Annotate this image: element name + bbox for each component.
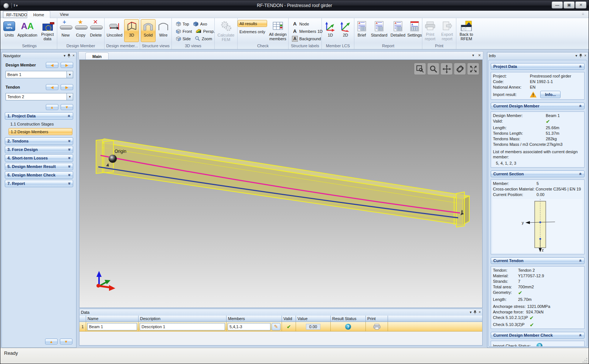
col-print[interactable]: Print [366, 316, 388, 322]
navigator-pin-icon[interactable] [67, 54, 71, 58]
pan-button[interactable] [440, 63, 453, 75]
nav-section-design-member-check[interactable]: 6. Design Member Check« [5, 171, 73, 179]
col-name[interactable]: Name [86, 316, 139, 322]
info-section-project-data[interactable]: Project Data« [491, 63, 585, 70]
col-description[interactable]: Description [139, 316, 227, 322]
view-3d-button[interactable]: 3D [124, 19, 139, 42]
info-section-current-check[interactable]: Current Design Member Check« [491, 332, 585, 339]
solid-button[interactable]: Solid [141, 19, 156, 42]
export-report-button[interactable]: Export report [438, 19, 456, 42]
report-brief-button[interactable]: A Brief [354, 19, 369, 42]
info-section-current-design-member[interactable]: Current Design Member« [491, 103, 585, 109]
label-members-1d-button[interactable]: A Members 1D [290, 28, 324, 35]
view-persp-button[interactable]: Persp. [194, 28, 217, 35]
resize-grip[interactable] [582, 358, 587, 363]
tab-view[interactable]: View [54, 11, 75, 18]
units-button[interactable]: kNMPa Units [2, 19, 17, 42]
col-result-status[interactable]: Result Status [331, 316, 366, 322]
zoom-extents-button[interactable] [467, 63, 479, 75]
extremes-only-button[interactable]: Extremes only [238, 28, 267, 35]
info-section-current-tendon[interactable]: Current Tendon« [491, 257, 585, 264]
report-detailed-button[interactable]: A Detailed [389, 19, 407, 42]
delete-button[interactable]: ✕ Delete [89, 19, 103, 42]
info-button[interactable]: Info... [540, 91, 561, 98]
tendon-select[interactable]: Tendon 2 ▼ [6, 93, 73, 100]
new-button[interactable]: + New [58, 19, 73, 42]
tab-main[interactable]: Main [85, 52, 109, 60]
nav-section-project-data[interactable]: 1. Project Data« [5, 112, 73, 120]
copy-button[interactable]: ★ Copy [74, 19, 88, 42]
table-row[interactable]: 1 Beam 1 Description 1 5,4,1-3 ✎ ✔ 0.00 … [79, 322, 482, 332]
edit-members-button[interactable]: ✎ [272, 323, 280, 330]
uncoiled-button[interactable]: Uncoiled [105, 19, 124, 42]
viewport-3d[interactable]: Origin [79, 59, 483, 308]
design-member-prev-button[interactable]: ◀ [46, 62, 58, 68]
print-report-button[interactable]: Print report [422, 19, 438, 42]
minimize-button[interactable]: — [552, 1, 563, 8]
section-up-button[interactable]: ▲ [46, 104, 58, 110]
view-side-button[interactable]: Side [173, 35, 193, 42]
section-down-button[interactable]: ▼ [61, 104, 73, 110]
nav-item-design-members[interactable]: 1.2 Design Members [8, 128, 72, 135]
tendon-next-button[interactable]: ▶ [61, 84, 73, 90]
quick-access-dropdown-icon[interactable]: ‖ ▾ [14, 4, 18, 7]
info-section-current-section[interactable]: Current Section« [491, 171, 585, 177]
nav-scroll-up-button[interactable]: ▲ [45, 339, 58, 344]
view-top-button[interactable]: Top [173, 20, 191, 27]
back-to-rfem-button[interactable]: Back to RFEM [456, 19, 476, 42]
ribbon-collapse-icon[interactable]: ⌂ [582, 11, 584, 16]
rotate-button[interactable] [454, 63, 466, 75]
report-settings-button[interactable]: A Settings [407, 19, 422, 42]
application-button[interactable]: AA Application [17, 19, 38, 42]
nav-section-report[interactable]: 7. Report« [5, 180, 73, 187]
members-cell[interactable]: 5,4,1-3 ✎ [227, 322, 282, 331]
nav-item-construction-stages[interactable]: 1.1 Construction Stages [8, 120, 72, 127]
design-member-select[interactable]: Beam 1 ▼ [6, 71, 73, 78]
description-cell[interactable]: Description 1 [139, 322, 227, 331]
label-background-button[interactable]: A Background [290, 35, 323, 42]
lcs-2d-button[interactable]: 2D [338, 19, 353, 42]
zoom-window-button[interactable] [414, 63, 426, 75]
viewport-close-icon[interactable]: × [478, 53, 481, 58]
tab-home[interactable]: Home [27, 11, 50, 18]
info-pin-icon[interactable] [579, 54, 582, 58]
info-dropdown-icon[interactable]: ▾ [575, 54, 577, 58]
view-axo-button[interactable]: Axo [191, 20, 209, 27]
app-orb-icon[interactable] [3, 3, 9, 8]
nav-section-short-term-losses[interactable]: 4. Short-term Losses« [5, 154, 73, 162]
chevron-down-icon[interactable]: ▼ [67, 71, 73, 78]
chevron-down-icon[interactable]: ▼ [67, 93, 73, 100]
print-cell[interactable] [366, 322, 388, 331]
nav-section-force-design[interactable]: 3. Force Design« [5, 146, 73, 153]
all-design-members-button[interactable]: All design members [268, 19, 288, 42]
design-member-next-button[interactable]: ▶ [61, 62, 73, 68]
viewport-tabs-menu-icon[interactable]: ▾ [472, 53, 474, 57]
label-node-button[interactable]: A Node [290, 20, 311, 27]
data-dropdown-icon[interactable]: ▾ [470, 310, 471, 314]
report-standard-button[interactable]: A Standard [370, 19, 389, 42]
data-close-icon[interactable]: × [479, 310, 481, 314]
maximize-button[interactable]: ▣ [564, 1, 575, 8]
name-cell[interactable]: Beam 1 [86, 322, 139, 331]
view-front-button[interactable]: Front [173, 28, 194, 35]
nav-section-design-member-result[interactable]: 5. Design Member Result« [5, 163, 73, 170]
col-members[interactable]: Members [227, 316, 282, 322]
project-data-button[interactable]: Project data [38, 19, 57, 42]
col-valid[interactable]: Valid [282, 316, 296, 322]
data-pin-icon[interactable] [473, 310, 477, 315]
nav-section-tendons[interactable]: 2. Tendons« [5, 137, 73, 145]
girder-3d-drawing: Origin [79, 60, 482, 308]
wire-button[interactable]: Wire [156, 19, 171, 42]
nav-scroll-down-button[interactable]: ▼ [60, 339, 72, 344]
close-button[interactable]: ✕ [575, 1, 586, 8]
all-results-button[interactable]: All results [238, 20, 267, 27]
col-value[interactable]: Value [296, 316, 331, 322]
calculate-fem-button[interactable]: Calculate FEM [215, 19, 237, 42]
navigator-dropdown-icon[interactable]: ▾ [64, 54, 65, 58]
info-close-icon[interactable]: × [584, 54, 586, 58]
zoom-button[interactable] [427, 63, 439, 75]
tendon-prev-button[interactable]: ◀ [46, 84, 58, 90]
navigator-close-icon[interactable]: × [72, 54, 75, 58]
view-zoom-button[interactable]: Zoom [193, 35, 214, 42]
lcs-1d-button[interactable]: 1D [323, 19, 338, 42]
